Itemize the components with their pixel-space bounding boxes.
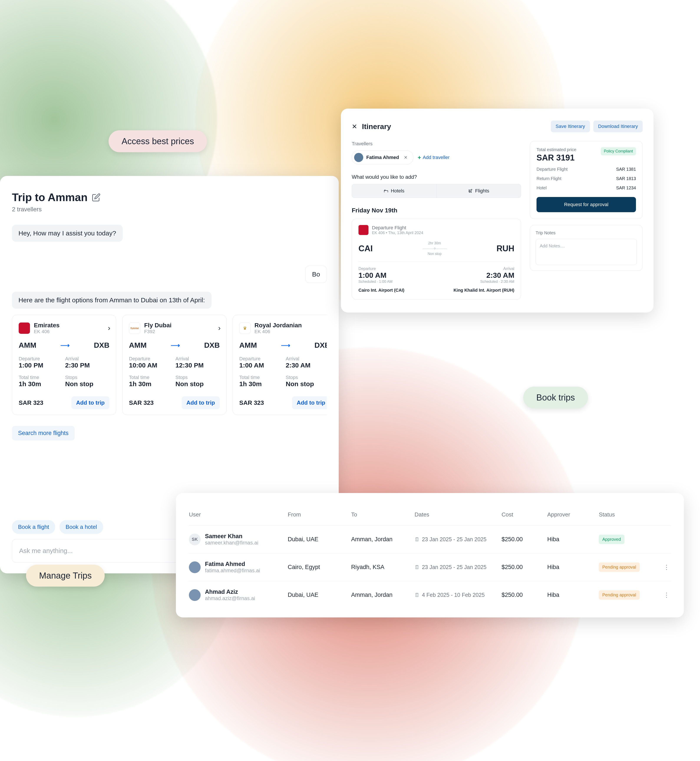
airline-logo bbox=[19, 322, 30, 334]
assistant-options-bubble: Here are the flight options from Amman t… bbox=[12, 292, 211, 309]
tag-manage-trips: Manage Trips bbox=[26, 565, 105, 587]
tt-label: Total time bbox=[129, 375, 173, 380]
route-from: CAI bbox=[358, 244, 373, 253]
dep-label: Departure bbox=[129, 356, 173, 362]
col-user: User bbox=[189, 511, 283, 518]
route-from: AMM bbox=[239, 341, 257, 350]
status-badge: Pending approval bbox=[599, 590, 640, 600]
add-question: What would you like to add? bbox=[352, 174, 521, 180]
arr-label: Arrival bbox=[65, 356, 109, 362]
col-status: Status bbox=[599, 511, 658, 518]
avatar bbox=[189, 589, 201, 601]
estimate-line: Departure FlightSAR 1381 bbox=[536, 167, 636, 172]
col-to: To bbox=[351, 511, 410, 518]
airline-name: Royal Jordanian bbox=[255, 322, 302, 329]
cell-cost: $250.00 bbox=[502, 564, 543, 570]
chevron-right-icon[interactable]: › bbox=[218, 323, 220, 332]
stops-val: Non stop bbox=[175, 380, 220, 388]
table-row[interactable]: Ahmad Aziz ahmad.aziz@firnas.ai Dubai, U… bbox=[189, 581, 671, 609]
user-email: sameer.khan@firnas.ai bbox=[205, 540, 258, 546]
status-badge: Approved bbox=[599, 535, 625, 544]
estimate-label: Total estimated price bbox=[536, 147, 576, 152]
tt-val: 1h 30m bbox=[239, 380, 284, 388]
stops-label: Stops bbox=[65, 375, 109, 380]
tt-label: Total time bbox=[19, 375, 63, 380]
cell-dates: 🗓23 Jan 2025 - 25 Jan 2025 bbox=[414, 564, 497, 570]
suggestion-book-hotel[interactable]: Book a hotel bbox=[59, 520, 103, 534]
user-email: ahmad.aziz@firnas.ai bbox=[205, 595, 255, 602]
estimate-line-value: SAR 1234 bbox=[616, 186, 636, 191]
download-itinerary-button[interactable]: Download Itinerary bbox=[594, 120, 643, 132]
trip-notes-label: Trip Notes bbox=[536, 230, 637, 236]
arr-label: Arrival bbox=[175, 356, 220, 362]
trip-notes-input[interactable]: Add Notes.... bbox=[536, 239, 637, 265]
flight-card[interactable]: Emirates EK 406 › AMM ⟶ DXB Departure1:0… bbox=[12, 315, 116, 415]
itinerary-date: Friday Nov 19th bbox=[352, 207, 521, 214]
cell-from: Dubai, UAE bbox=[288, 592, 347, 598]
flight-card[interactable]: ♛ Royal Jordanian EK 406 › AMM ⟶ DXB Dep… bbox=[233, 315, 327, 415]
airline-logo: ♛ bbox=[239, 322, 250, 334]
tt-val: 1h 30m bbox=[129, 380, 173, 388]
flight-price: SAR 323 bbox=[129, 399, 154, 406]
search-more-flights-button[interactable]: Search more flights bbox=[12, 426, 75, 441]
calendar-icon: 🗓 bbox=[414, 564, 420, 570]
estimate-line: HotelSAR 1234 bbox=[536, 186, 636, 191]
flight-code: EK 406 bbox=[255, 329, 302, 334]
suggestion-book-flight[interactable]: Book a flight bbox=[12, 520, 55, 534]
segment-hotels-label: Hotels bbox=[391, 188, 404, 194]
arr-airport: King Khalid Int. Airport (RUH) bbox=[453, 288, 514, 293]
cell-approver: Hiba bbox=[547, 592, 594, 598]
user-email: fatima.ahmed@firnas.ai bbox=[205, 567, 260, 573]
avatar bbox=[354, 153, 363, 162]
tt-val: 1h 30m bbox=[19, 380, 63, 388]
add-to-trip-button[interactable]: Add to trip bbox=[182, 396, 220, 409]
add-to-trip-button[interactable]: Add to trip bbox=[292, 396, 327, 409]
flight-card[interactable]: flydubai Fly Dubai F392 › AMM ⟶ DXB Depa… bbox=[122, 315, 227, 415]
dep-airport: Cairo Int. Airport (CAI) bbox=[358, 288, 404, 293]
arr-label: Arrival bbox=[453, 266, 514, 271]
segment-flights[interactable]: Flights bbox=[437, 184, 521, 198]
chevron-right-icon[interactable]: › bbox=[108, 323, 110, 332]
edit-icon[interactable] bbox=[92, 193, 100, 202]
segment-flights-label: Flights bbox=[475, 188, 489, 194]
trip-notes-box: Trip Notes Add Notes.... bbox=[530, 225, 643, 271]
kebab-menu-icon[interactable]: ⋮ bbox=[662, 564, 671, 571]
flight-detail-title: Departure Flight bbox=[372, 225, 423, 231]
add-to-trip-button[interactable]: Add to trip bbox=[72, 396, 109, 409]
estimate-line-key: Hotel bbox=[536, 186, 547, 191]
tag-book-trips: Book trips bbox=[523, 387, 588, 408]
kebab-menu-icon[interactable]: ⋮ bbox=[662, 591, 671, 598]
dep-time: 1:00 AM bbox=[358, 271, 404, 280]
flight-cards-row: Emirates EK 406 › AMM ⟶ DXB Departure1:0… bbox=[12, 315, 327, 415]
dep-sched: Scheduled · 1:00 AM bbox=[358, 280, 404, 284]
flight-price: SAR 323 bbox=[19, 399, 44, 406]
close-icon[interactable]: ✕ bbox=[352, 123, 357, 130]
dep-time: 1:00 PM bbox=[19, 362, 63, 369]
table-row[interactable]: Fatima Ahmed fatima.ahmed@firnas.ai Cair… bbox=[189, 553, 671, 581]
col-cost: Cost bbox=[502, 511, 543, 518]
remove-traveller-icon[interactable]: ✕ bbox=[402, 154, 409, 161]
flight-detail-card: Departure Flight EK 406 • Thu, 13th Apri… bbox=[352, 219, 521, 300]
arr-time: 2:30 AM bbox=[453, 271, 514, 280]
trip-title: Trip to Amman bbox=[12, 191, 88, 204]
add-traveller-label: Add traveller bbox=[423, 155, 450, 160]
route-to: RUH bbox=[497, 244, 514, 253]
table-row[interactable]: SK Sameer Khan sameer.khan@firnas.ai Dub… bbox=[189, 525, 671, 553]
add-traveller-button[interactable]: + Add traveller bbox=[418, 154, 450, 161]
stops-label: Stops bbox=[175, 375, 220, 380]
segment-control: Hotels Flights bbox=[352, 184, 521, 198]
arrow-right-icon: ⟶ bbox=[60, 341, 70, 349]
request-approval-button[interactable]: Request for approval bbox=[536, 197, 636, 212]
avatar: SK bbox=[189, 534, 201, 545]
arr-time: 12:30 PM bbox=[175, 362, 220, 369]
cell-cost: $250.00 bbox=[502, 536, 543, 543]
cell-approver: Hiba bbox=[547, 536, 594, 543]
user-message-bubble: Bo bbox=[305, 266, 327, 283]
segment-hotels[interactable]: Hotels bbox=[352, 184, 437, 198]
arr-sched: Scheduled · 2:30 AM bbox=[453, 280, 514, 284]
cell-from: Cairo, Egypt bbox=[288, 564, 347, 570]
itinerary-panel: ✕ Itinerary Save Itinerary Download Itin… bbox=[341, 109, 653, 313]
calendar-icon: 🗓 bbox=[414, 592, 420, 598]
user-name: Sameer Khan bbox=[205, 533, 258, 540]
save-itinerary-button[interactable]: Save Itinerary bbox=[551, 120, 590, 132]
